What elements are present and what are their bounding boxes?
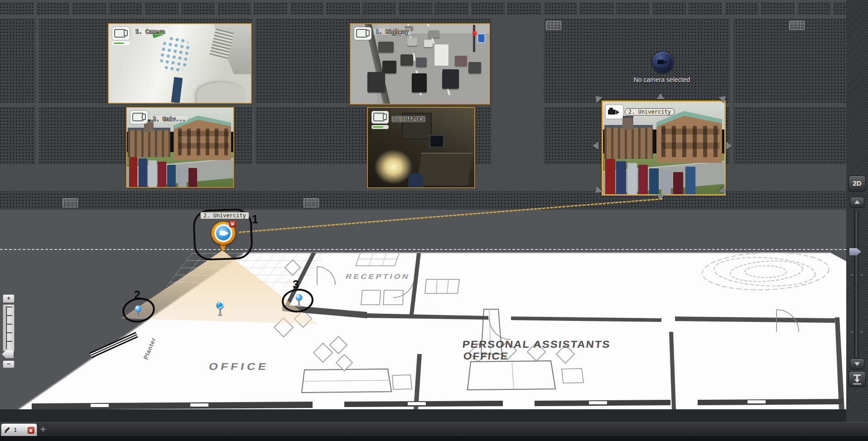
camcorder-icon — [606, 105, 623, 119]
window-bottom-strip — [0, 436, 868, 441]
dock-down-button[interactable] — [849, 371, 866, 387]
camera-tile-1[interactable]: 1. Highway — [350, 23, 490, 105]
edit-pencil-icon — [4, 427, 10, 433]
map-bottom-band — [0, 409, 846, 422]
resize-handle-top[interactable] — [656, 93, 665, 99]
grid-cell-icon — [789, 21, 805, 30]
tilt-slider-handle[interactable] — [849, 248, 861, 255]
add-tab-button[interactable]: + — [40, 425, 46, 434]
camera-monitor-icon — [354, 27, 371, 40]
room-label-office: OFFICE — [208, 361, 270, 372]
scroll-down-button[interactable] — [850, 359, 864, 369]
dock-icon-arrow — [854, 379, 860, 383]
app-window: 5. Camera — [0, 0, 868, 441]
camera-feed-image — [109, 24, 251, 103]
camera-tile-label: 1. Highway — [373, 29, 410, 35]
room-label-pa-line1: PERSONAL ASSISTANTS — [462, 339, 611, 350]
map-marker-label[interactable]: 2. Univercity — [200, 212, 249, 219]
camera-monitor-icon — [371, 111, 389, 124]
no-camera-icon — [651, 51, 674, 73]
selected-camera-label: 2. Univercity — [625, 108, 675, 115]
resize-handle-right[interactable] — [726, 142, 732, 150]
grid-gutter — [492, 19, 544, 164]
camera-monitor-icon — [112, 27, 130, 40]
zoom-slider-track[interactable] — [3, 304, 14, 351]
map-zoom-slider: + − — [2, 294, 16, 371]
zoom-slider-handle[interactable] — [2, 350, 14, 358]
grid-top-strip — [0, 2, 846, 14]
annotation-number-2: 2 — [134, 288, 140, 301]
slider-tick — [860, 274, 863, 275]
camera-tile-label: 5. Camera — [133, 29, 167, 35]
grid-gutter — [35, 19, 39, 164]
camera-tile-label: 3. Office — [391, 116, 425, 122]
zoom-out-button[interactable]: − — [3, 360, 14, 368]
annotation-number-1: 1 — [252, 213, 258, 226]
tab-label: 1 — [14, 427, 17, 433]
stream-meter — [112, 41, 130, 45]
camera-monitor-icon — [130, 111, 148, 124]
slider-tick — [851, 274, 854, 275]
dock-icon-bar — [853, 383, 861, 384]
remove-marker-button[interactable] — [229, 220, 236, 227]
right-toolbar: 2D — [846, 0, 868, 441]
grid-cell-icon — [304, 198, 319, 207]
grid-cell-icon — [63, 198, 78, 207]
grid-cell-icon — [546, 21, 561, 30]
close-tab-button[interactable] — [28, 427, 34, 434]
layout-tab-bar: 1 + — [0, 422, 868, 436]
no-camera-label: No camera selected — [607, 76, 717, 83]
map-selection-border — [0, 249, 846, 250]
zoom-in-button[interactable]: + — [3, 294, 14, 303]
floor-plan-plane[interactable] — [18, 253, 846, 409]
tilt-slider-track[interactable] — [854, 210, 858, 359]
camera-tile-3[interactable]: 3. Office — [367, 107, 475, 188]
room-label-reception: RECEPTION — [345, 273, 411, 280]
camera-tile-5[interactable]: 5. Camera — [108, 23, 252, 104]
camera-tile-2[interactable]: 2. Univ... — [126, 107, 234, 188]
dock-icon-stem — [856, 376, 858, 379]
grid-gutter — [252, 19, 256, 164]
scroll-up-button[interactable] — [850, 197, 864, 208]
grid-gutter — [0, 14, 846, 19]
slider-tick — [860, 331, 863, 332]
view-2d-button[interactable]: 2D — [849, 176, 866, 192]
stream-meter — [371, 125, 389, 129]
resize-handle-left[interactable] — [593, 142, 598, 150]
floor-plan[interactable]: RECEPTION OFFICE PERSONAL ASSISTANTS OFF… — [0, 250, 846, 409]
camera-tile-2-selected[interactable]: 2. Univercity — [602, 101, 726, 196]
annotation-number-3: 3 — [293, 278, 299, 291]
camera-tile-label: 2. Univ... — [150, 116, 188, 122]
slider-tick — [851, 331, 854, 332]
layout-tab-1[interactable]: 1 — [1, 423, 37, 436]
room-label-pa-line2: OFFICE — [463, 350, 509, 362]
